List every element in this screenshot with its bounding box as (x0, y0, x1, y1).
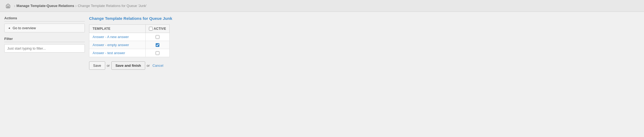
template-checkbox-2[interactable] (156, 51, 159, 55)
breadcrumb-separator-2: › (75, 3, 76, 8)
template-table: TEMPLATE ACTIVE Answer - A new answerAns… (89, 24, 170, 57)
filter-title: Filter (4, 37, 85, 42)
breadcrumb: › Manage Template-Queue Relations › Chan… (0, 0, 644, 12)
breadcrumb-manage[interactable]: Manage Template-Queue Relations (16, 4, 74, 8)
page-title-prefix: Change Template Relations for Queue (89, 16, 163, 21)
col-header-template: TEMPLATE (89, 25, 146, 33)
table-row: Answer - A new answer (89, 33, 170, 41)
cancel-button[interactable]: Cancel (151, 64, 164, 68)
or-label-1: or (107, 64, 110, 68)
page-title: Change Template Relations for Queue Junk (89, 16, 640, 21)
queue-name: Junk (163, 16, 172, 21)
table-row: Answer - test answer (89, 49, 170, 57)
save-and-finish-button[interactable]: Save and finish (111, 61, 145, 70)
go-to-overview-label: Go to overview (13, 26, 36, 30)
go-to-overview-button[interactable]: ◄ Go to overview (4, 24, 85, 32)
breadcrumb-separator-1: › (14, 3, 15, 8)
action-buttons: Save or Save and finish or Cancel (89, 61, 640, 70)
filter-input[interactable] (4, 44, 85, 53)
template-name-cell[interactable]: Answer - empty answer (89, 41, 146, 49)
or-label-2: or (147, 64, 150, 68)
template-name-cell[interactable]: Answer - test answer (89, 49, 146, 57)
save-button[interactable]: Save (89, 61, 105, 70)
template-checkbox-1[interactable] (156, 43, 159, 47)
arrow-left-icon: ◄ (8, 27, 10, 29)
main-layout: Actions ◄ Go to overview Filter Change T… (0, 12, 644, 119)
select-all-checkbox[interactable] (149, 27, 153, 31)
content-area: Change Template Relations for Queue Junk… (89, 16, 640, 115)
breadcrumb-change-relations: Change Template Relations for Queue 'Jun… (78, 4, 147, 8)
filter-section: Filter (4, 37, 85, 53)
active-col-label: ACTIVE (154, 27, 166, 31)
template-active-cell (145, 41, 169, 49)
template-name-cell[interactable]: Answer - A new answer (89, 33, 146, 41)
template-active-cell (145, 49, 169, 57)
col-header-active: ACTIVE (145, 25, 169, 33)
actions-title: Actions (4, 16, 85, 21)
sidebar: Actions ◄ Go to overview Filter (4, 16, 85, 115)
template-checkbox-0[interactable] (156, 35, 159, 39)
table-row: Answer - empty answer (89, 41, 170, 49)
home-icon[interactable] (3, 1, 13, 11)
actions-section: Actions ◄ Go to overview (4, 16, 85, 32)
template-active-cell (145, 33, 169, 41)
